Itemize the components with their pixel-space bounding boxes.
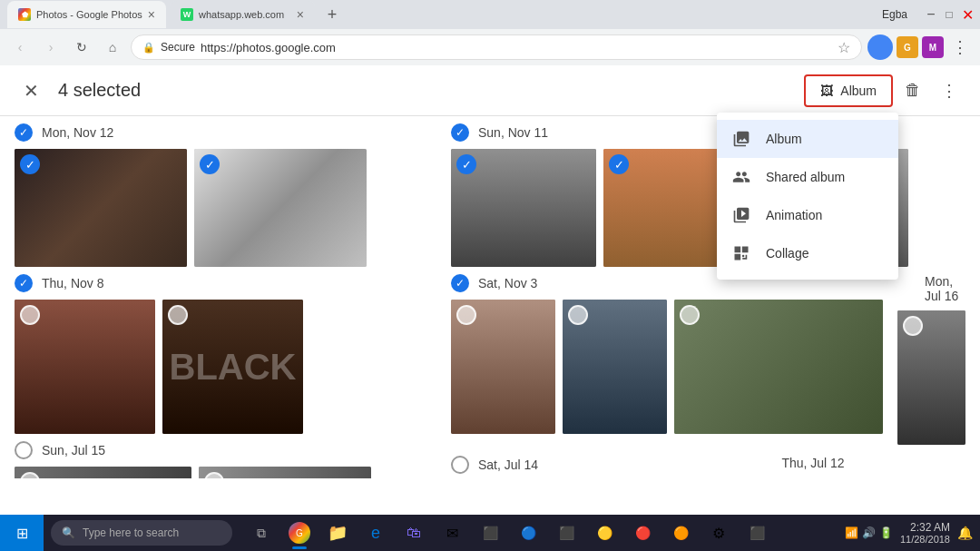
dropdown-item-shared-album[interactable]: Shared album <box>717 158 898 196</box>
date-jul12-label: Thu, Jul 12 <box>781 456 844 470</box>
window-controls: Egba − □ ✕ <box>882 8 973 21</box>
start-button[interactable]: ⊞ <box>0 515 44 551</box>
extension-2[interactable]: M <box>922 36 944 58</box>
photo-nov12-1[interactable]: ✓ <box>15 149 187 267</box>
taskbar-app5[interactable]: 🔴 <box>624 515 661 551</box>
taskbar-store[interactable]: 🛍 <box>396 515 432 551</box>
reload-button[interactable]: ↻ <box>69 34 94 60</box>
selection-bar: ✕ 4 selected 🖼 Album 🗑 ⋮ <box>0 65 980 116</box>
taskbar-search-label: Type here to search <box>83 526 179 539</box>
delete-button[interactable]: 🗑 <box>897 74 929 107</box>
taskbar-app7[interactable]: ⬛ <box>739 515 775 551</box>
notification-button[interactable]: 🔔 <box>957 526 973 540</box>
taskbar-file-explorer[interactable]: 📁 <box>319 515 356 551</box>
photo-jul15-2[interactable] <box>199 467 371 478</box>
section-jul14: Sat, Jul 14 <box>451 456 763 478</box>
check-photo-nov8-2 <box>168 305 188 325</box>
section-nov3: ✓ Sat, Nov 3 <box>451 274 883 448</box>
dropdown-item-animation[interactable]: Animation <box>717 196 898 234</box>
taskbar-mail[interactable]: ✉ <box>434 515 470 551</box>
title-bar: ⬟ Photos - Google Photos × W whatsapp.we… <box>0 0 980 29</box>
photos-row-jul16 <box>897 310 965 445</box>
taskbar-app4[interactable]: 🟡 <box>586 515 622 551</box>
user-name: Egba <box>882 8 907 21</box>
check-photo-nov11-2: ✓ <box>609 154 629 174</box>
photo-nov3-2[interactable] <box>563 300 667 434</box>
album-label: Album <box>840 84 877 98</box>
time-display: 2:32 AM <box>900 521 950 534</box>
bookmark-icon[interactable]: ☆ <box>838 39 850 56</box>
photo-nov3-3[interactable] <box>674 300 883 434</box>
date-nov12-label: Mon, Nov 12 <box>42 125 113 140</box>
minimize-button[interactable]: − <box>926 9 936 20</box>
address-bar-row: ‹ › ↻ ⌂ 🔒 Secure https://photos.google.c… <box>0 29 980 65</box>
secure-label: Secure <box>161 41 195 54</box>
check-photo-2: ✓ <box>200 154 220 174</box>
maximize-button[interactable]: □ <box>944 9 955 20</box>
home-button[interactable]: ⌂ <box>100 34 125 60</box>
photos-favicon: ⬟ <box>18 8 31 21</box>
photo-jul15-1[interactable] <box>15 467 191 478</box>
check-nov3[interactable]: ✓ <box>451 274 469 292</box>
taskbar-app1[interactable]: ⬛ <box>472 515 508 551</box>
check-nov8[interactable]: ✓ <box>15 274 33 292</box>
taskbar-edge[interactable]: e <box>358 515 394 551</box>
date-jul12: Thu, Jul 12 <box>778 456 965 470</box>
section-nov12: ✓ Mon, Nov 12 ✓ ✓ <box>15 123 429 267</box>
taskbar-app3[interactable]: ⬛ <box>548 515 584 551</box>
close-button[interactable]: ✕ <box>962 9 973 20</box>
google-account-icon[interactable] <box>867 34 893 60</box>
forward-button[interactable]: › <box>38 34 64 60</box>
lock-icon: 🔒 <box>142 42 155 54</box>
photo-nov8-1[interactable] <box>15 300 155 434</box>
taskbar-settings[interactable]: ⚙ <box>701 515 737 551</box>
photo-jul16-1[interactable] <box>897 310 965 445</box>
battery-icon[interactable]: 🔋 <box>879 526 893 539</box>
date-jul16-label: Mon, Jul 16 <box>925 274 965 303</box>
tab-close-photos[interactable]: × <box>148 7 155 22</box>
section-jul15: Sun, Jul 15 <box>15 441 429 478</box>
photo-nov8-2[interactable]: BLACK <box>162 300 303 434</box>
taskbar-search[interactable]: 🔍 Type here to search <box>51 520 232 546</box>
check-photo-1: ✓ <box>20 154 40 174</box>
dropdown-item-album[interactable]: Album <box>717 120 898 158</box>
date-jul15-label: Sun, Jul 15 <box>42 443 105 458</box>
taskbar-browser[interactable]: G <box>281 515 318 551</box>
section-nov8: ✓ Thu, Nov 8 BLACK <box>15 274 429 434</box>
network-icon[interactable]: 📶 <box>845 526 858 539</box>
menu-button[interactable]: ⋮ <box>947 34 973 60</box>
check-jul14[interactable] <box>451 456 469 474</box>
volume-icon[interactable]: 🔊 <box>862 526 876 539</box>
photo-nov3-1[interactable] <box>451 300 555 434</box>
more-options-button[interactable]: ⋮ <box>933 74 965 107</box>
tab-photos[interactable]: ⬟ Photos - Google Photos × <box>7 1 166 28</box>
taskbar-apps: ⧉ G 📁 e 🛍 ✉ ⬛ 🔵 ⬛ 🟡 🔴 🟠 ⚙ ⬛ <box>243 515 775 551</box>
taskbar-app2[interactable]: 🔵 <box>510 515 546 551</box>
date-nov8: ✓ Thu, Nov 8 <box>15 274 429 292</box>
check-photo-jul16-1 <box>903 316 923 336</box>
selection-actions: 🖼 Album 🗑 ⋮ <box>804 74 965 107</box>
check-nov11[interactable]: ✓ <box>451 123 469 142</box>
dropdown-album-icon <box>731 129 751 149</box>
taskbar-task-view[interactable]: ⧉ <box>243 515 279 551</box>
photo-nov11-1[interactable]: ✓ <box>451 149 596 267</box>
photo-nov12-2[interactable]: ✓ <box>194 149 367 267</box>
extension-1[interactable]: G <box>897 36 918 58</box>
taskbar-right: 📶 🔊 🔋 2:32 AM 11/28/2018 🔔 <box>845 521 980 545</box>
dropdown-shared-album-icon <box>731 167 751 187</box>
delete-icon: 🗑 <box>905 81 921 100</box>
tab-close-whatsapp[interactable]: × <box>297 7 304 22</box>
taskbar-app6[interactable]: 🟠 <box>662 515 699 551</box>
taskbar-clock[interactable]: 2:32 AM 11/28/2018 <box>900 521 950 545</box>
deselect-button[interactable]: ✕ <box>15 74 47 107</box>
check-nov12[interactable]: ✓ <box>15 123 33 142</box>
new-tab-button[interactable]: + <box>318 1 346 28</box>
dropdown-item-collage[interactable]: Collage <box>717 234 898 272</box>
date-jul14: Sat, Jul 14 <box>451 456 763 474</box>
check-jul15[interactable] <box>15 441 33 459</box>
back-button[interactable]: ‹ <box>7 34 33 60</box>
address-bar[interactable]: 🔒 Secure https://photos.google.com ☆ <box>131 34 862 60</box>
album-button[interactable]: 🖼 Album <box>804 74 893 107</box>
photos-row-nov12: ✓ ✓ <box>15 149 429 267</box>
tab-whatsapp[interactable]: W whatsapp.web.com × <box>170 1 315 28</box>
